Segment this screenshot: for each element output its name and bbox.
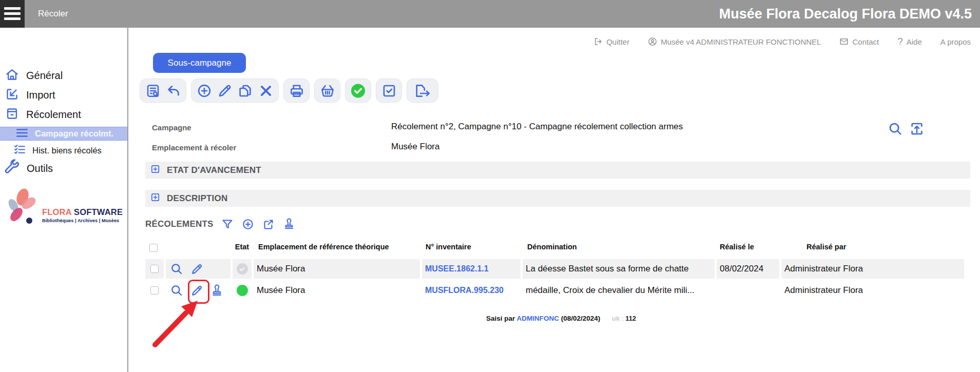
campagne-field-actions [887, 121, 925, 137]
section-etat-avancement[interactable]: ETAT D'AVANCEMENT [145, 162, 970, 179]
field-label-emplacement: Emplacement à récoler [152, 143, 236, 152]
toolbar-group-print [283, 79, 310, 103]
sidebar-item-label: Outils [27, 163, 53, 174]
row-checkbox[interactable] [150, 286, 159, 295]
sidebar-item-label: Général [26, 70, 63, 82]
about-label: A propos [940, 37, 971, 46]
flora-software-logo: FLORA SOFTWARE Bibliothèques | Archives … [2, 188, 127, 231]
annotation-highlight-box [188, 280, 209, 304]
cell-emplacement: Musée Flora [254, 281, 420, 300]
cell-emplacement: Musée Flora [254, 259, 420, 279]
toolbar-group-basket [314, 79, 340, 103]
add-button[interactable] [196, 83, 212, 99]
sidebar-item-label: Campagne récolmt. [35, 129, 113, 139]
column-header-realise-par: Réalisé par [806, 243, 846, 251]
sidebar-item-general[interactable]: Général [0, 68, 127, 83]
stamp-row-icon[interactable] [210, 284, 223, 297]
help-label: Aide [907, 37, 922, 46]
search-campagne-button[interactable] [887, 121, 904, 137]
sidebar-item-label: Import [26, 89, 55, 101]
section-title: ETAT D'AVANCEMENT [167, 165, 261, 175]
sidebar-item-label: Récolement [26, 109, 81, 121]
cell-realise-par: Administrateur Flora [781, 259, 964, 279]
sidebar-item-recolement[interactable]: Récolement [0, 107, 127, 122]
status-active-green-icon [237, 285, 248, 296]
toolbar-group-navigation [140, 79, 186, 103]
expand-plus-icon [150, 164, 160, 176]
undo-button[interactable] [165, 83, 181, 99]
help-icon: ? [897, 36, 903, 47]
checklist-icon [13, 143, 26, 158]
recolements-title: RÉCOLEMENTS [145, 219, 214, 229]
export-button[interactable] [412, 83, 433, 99]
basket-button[interactable] [319, 83, 335, 99]
delete-button[interactable] [258, 83, 274, 99]
table-row: Musée Flora MUSEE.1862.1.1 La déesse Bas… [0, 259, 980, 279]
logo-wordmark: FLORA SOFTWARE [42, 207, 123, 217]
user-icon [648, 37, 657, 46]
quit-link[interactable]: Quitter [593, 37, 629, 46]
copy-button[interactable] [237, 83, 253, 99]
about-link[interactable]: A propos [940, 37, 971, 46]
menu-lines-icon [15, 127, 29, 141]
wrench-icon [3, 159, 21, 178]
contact-label: Contact [852, 37, 879, 46]
edit-row-icon[interactable] [190, 263, 203, 276]
add-recolement-icon[interactable] [241, 218, 255, 231]
toolbar-group-export [407, 79, 438, 103]
inventaire-link[interactable]: MUSEE.1862.1.1 [425, 264, 489, 273]
external-link-icon[interactable] [262, 218, 275, 231]
view-row-icon[interactable] [170, 262, 183, 276]
sidebar-item-label: Hist. biens récolés [32, 146, 102, 155]
cell-realise-par: Administrateur Flora [781, 281, 964, 300]
toolbar-group-edit [191, 79, 279, 103]
sidebar: Général Import Récolement Campagne récol… [0, 28, 128, 372]
sidebar-item-hist-biens-recoles[interactable]: Hist. biens récolés [0, 144, 127, 157]
row-checkbox[interactable] [150, 265, 159, 273]
inventaire-link[interactable]: MUSFLORA.995.230 [425, 286, 504, 295]
logout-icon [593, 37, 603, 46]
sidebar-item-campagne-recolement[interactable]: Campagne récolmt. [0, 127, 127, 141]
tab-sous-campagne[interactable]: Sous-campagne [153, 53, 246, 73]
toolbar-group-validate [345, 79, 371, 103]
edit-button[interactable] [217, 83, 233, 99]
status-done-gray-icon [237, 263, 248, 275]
contact-link[interactable]: Contact [839, 37, 879, 46]
user-label: Musée v4 ADMINISTRATEUR FONCTIONNEL [661, 37, 821, 46]
butterfly-logo-icon [2, 188, 41, 229]
user-links-bar: Quitter Musée v4 ADMINISTRATEUR FONCTION… [593, 36, 971, 47]
column-header-emplacement: Emplacement de référence théorique [258, 243, 389, 251]
cell-realise-le [717, 281, 779, 300]
view-row-icon[interactable] [170, 284, 183, 297]
cell-denomination: médaille, Croix de chevalier du Mérite m… [523, 281, 715, 300]
sidebar-item-outils[interactable]: Outils [0, 160, 127, 177]
archive-box-icon [5, 107, 19, 123]
expand-plus-icon [150, 192, 160, 204]
list-search-button[interactable] [145, 83, 161, 99]
stamp-icon[interactable] [282, 218, 296, 231]
cell-denomination: La déesse Bastet sous sa forme de chatte [523, 259, 715, 279]
current-user[interactable]: Musée v4 ADMINISTRATEUR FONCTIONNEL [648, 37, 821, 46]
record-id-info: uk :112 [612, 315, 636, 322]
print-button[interactable] [289, 83, 304, 99]
column-header-etat: Etat [233, 243, 252, 251]
section-description[interactable]: DESCRIPTION [145, 190, 970, 207]
column-header-realise-le: Réalisé le [720, 243, 754, 251]
saisi-par-info: Saisi par ADMINFONC (08/02/2024) [486, 315, 600, 322]
help-link[interactable]: ? Aide [897, 36, 922, 47]
hamburger-menu-icon[interactable] [0, 0, 25, 28]
filter-icon[interactable] [221, 218, 234, 231]
toolbar-group-select [376, 79, 402, 103]
topbar: Récoler Musée Flora Decalog Flora DEMO v… [0, 0, 980, 28]
field-value-emplacement: Musée Flora [391, 142, 439, 152]
select-all-checkbox[interactable] [149, 244, 158, 252]
saisi-user-link[interactable]: ADMINFONC [517, 315, 560, 322]
mail-icon [839, 37, 849, 46]
checkbox-select-button[interactable] [381, 83, 397, 99]
field-value-campagne: Récolement n°2, Campagne n°10 - Campagne… [391, 122, 683, 132]
cell-realise-le: 08/02/2024 [717, 259, 779, 279]
open-record-button[interactable] [909, 121, 925, 137]
column-header-inventaire: N° inventaire [426, 243, 471, 251]
sidebar-item-import[interactable]: Import [0, 87, 127, 103]
validate-button[interactable] [350, 83, 366, 99]
